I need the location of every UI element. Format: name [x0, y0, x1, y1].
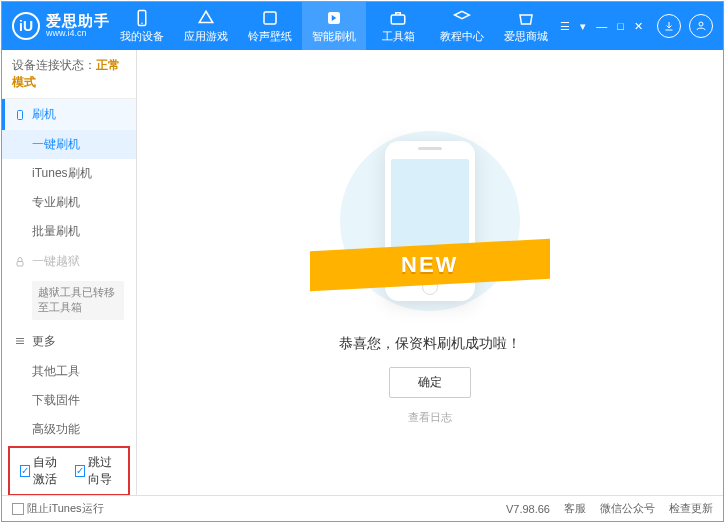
footer-update-link[interactable]: 检查更新 [669, 501, 713, 516]
nav-toolbox[interactable]: 工具箱 [366, 2, 430, 50]
main-content: NEW 恭喜您，保资料刷机成功啦！ 确定 查看日志 [137, 50, 723, 495]
close-icon[interactable]: ✕ [632, 20, 645, 33]
checkbox-unchecked-icon [12, 503, 24, 515]
sidebar-group-more[interactable]: 更多 [2, 326, 136, 357]
flash-icon [325, 9, 343, 27]
top-nav: 我的设备 应用游戏 铃声壁纸 智能刷机 工具箱 教程中心 [110, 2, 558, 50]
status-bar: 阻止iTunes运行 V7.98.66 客服 微信公众号 检查更新 [2, 495, 723, 521]
nav-smart-flash[interactable]: 智能刷机 [302, 2, 366, 50]
logo-icon: iU [12, 12, 40, 40]
svg-rect-6 [18, 110, 23, 119]
apps-icon [197, 9, 215, 27]
svg-point-5 [699, 22, 703, 26]
title-bar: iU 爱思助手 www.i4.cn 我的设备 应用游戏 铃声壁纸 智能刷机 [2, 2, 723, 50]
checkbox-checked-icon: ✓ [20, 465, 30, 477]
connection-status: 设备连接状态：正常模式 [2, 50, 136, 99]
confirm-button[interactable]: 确定 [389, 367, 471, 398]
sidebar-item-oneclick-flash[interactable]: 一键刷机 [2, 130, 136, 159]
success-message: 恭喜您，保资料刷机成功啦！ [339, 335, 521, 353]
menu-icon[interactable]: ☰ [558, 20, 572, 33]
svg-rect-4 [392, 15, 406, 24]
tutorial-icon [453, 9, 471, 27]
sidebar-item-itunes-flash[interactable]: iTunes刷机 [2, 159, 136, 188]
download-button[interactable] [657, 14, 681, 38]
more-icon [14, 335, 26, 347]
sidebar-item-advanced[interactable]: 高级功能 [2, 415, 136, 444]
nav-apps-games[interactable]: 应用游戏 [174, 2, 238, 50]
lock-icon [14, 256, 26, 268]
checkbox-auto-activate[interactable]: ✓ 自动激活 [20, 454, 63, 488]
sidebar: 设备连接状态：正常模式 刷机 一键刷机 iTunes刷机 专业刷机 批量刷机 一… [2, 50, 137, 495]
svg-rect-2 [264, 12, 276, 24]
version-label: V7.98.66 [506, 503, 550, 515]
app-url: www.i4.cn [46, 29, 110, 39]
footer-service-link[interactable]: 客服 [564, 501, 586, 516]
phone-icon [133, 9, 151, 27]
checkbox-checked-icon: ✓ [75, 465, 85, 477]
svg-point-1 [142, 22, 144, 24]
sidebar-group-jailbreak[interactable]: 一键越狱 [2, 246, 136, 277]
success-illustration: NEW [320, 121, 540, 321]
app-logo: iU 爱思助手 www.i4.cn [12, 12, 110, 40]
wallpaper-icon [261, 9, 279, 27]
nav-my-device[interactable]: 我的设备 [110, 2, 174, 50]
phone-small-icon [14, 109, 26, 121]
app-title: 爱思助手 [46, 13, 110, 30]
maximize-icon[interactable]: □ [615, 20, 626, 33]
view-log-link[interactable]: 查看日志 [408, 410, 452, 425]
nav-tutorial[interactable]: 教程中心 [430, 2, 494, 50]
sidebar-item-pro-flash[interactable]: 专业刷机 [2, 188, 136, 217]
toolbox-icon [389, 9, 407, 27]
sidebar-item-other-tools[interactable]: 其他工具 [2, 357, 136, 386]
minimize-icon[interactable]: — [594, 20, 609, 33]
nav-ringtone-wallpaper[interactable]: 铃声壁纸 [238, 2, 302, 50]
store-icon [517, 9, 535, 27]
jailbreak-note: 越狱工具已转移至工具箱 [32, 281, 124, 320]
pin-icon[interactable]: ▾ [578, 20, 588, 33]
nav-store[interactable]: 爱思商城 [494, 2, 558, 50]
svg-rect-7 [17, 261, 23, 266]
footer-wechat-link[interactable]: 微信公众号 [600, 501, 655, 516]
flash-options-highlighted: ✓ 自动激活 ✓ 跳过向导 [8, 446, 130, 495]
checkbox-block-itunes[interactable]: 阻止iTunes运行 [12, 501, 104, 516]
user-button[interactable] [689, 14, 713, 38]
window-controls: ☰ ▾ — □ ✕ [558, 20, 645, 33]
sidebar-group-flash[interactable]: 刷机 [2, 99, 136, 130]
checkbox-skip-guide[interactable]: ✓ 跳过向导 [75, 454, 118, 488]
sidebar-item-batch-flash[interactable]: 批量刷机 [2, 217, 136, 246]
sidebar-item-download-firmware[interactable]: 下载固件 [2, 386, 136, 415]
